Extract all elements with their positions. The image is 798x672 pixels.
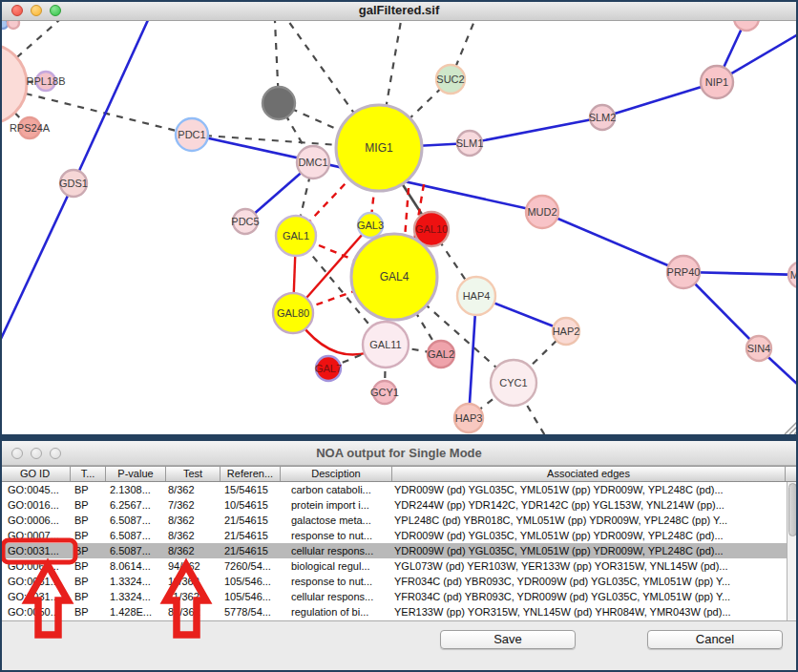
table-row[interactable]: GO:0006...BP6.5087...8/36221/54615galact… (0, 513, 787, 528)
cell-description: biological regul... (280, 558, 391, 574)
node-label-SUC2: SUC2 (436, 74, 464, 85)
cell-reference: 10/54615 (220, 497, 280, 513)
edge-blue[interactable] (602, 82, 717, 117)
cell-test: 11/362 (165, 574, 220, 589)
cell-go_id: GO:0006... (0, 513, 70, 528)
node-label-PRP40: PRP40 (667, 266, 701, 278)
node-label-HAP3: HAP3 (455, 412, 483, 424)
node-tiny-pink[interactable] (8, 21, 19, 29)
cell-test: 11/362 (165, 589, 220, 604)
node-label-HAP4: HAP4 (463, 290, 491, 302)
cell-type: BP (70, 574, 105, 589)
cell-reference: 21/54615 (220, 528, 280, 543)
cell-p_value: 6.2567... (105, 497, 165, 513)
node-label-DMC1: DMC1 (298, 157, 327, 168)
table-row[interactable]: GO:0050...BP1.428E...80/3625778/54...reg… (0, 604, 787, 620)
node-label-MIG1: MIG1 (365, 141, 393, 155)
vertical-scrollbar[interactable] (787, 482, 798, 620)
node-label-GAL10: GAL10 (415, 223, 448, 235)
screen: galFiltered.sif RPL18BRPS24AGDS1PDC1DMC1… (0, 0, 798, 672)
edge-grip[interactable] (789, 426, 798, 434)
node-label-MUD2: MUD2 (527, 206, 556, 218)
cell-reference: 105/546... (220, 574, 280, 589)
node-label-GAL7: GAL7 (315, 363, 342, 374)
node-big-left[interactable] (0, 44, 27, 124)
network-window-title: galFiltered.sif (0, 3, 798, 17)
cell-go_id: GO:0016... (0, 497, 70, 513)
cell-p_value: 1.3324... (105, 589, 165, 604)
noa-window-titlebar: NOA output for Single Mode (0, 441, 798, 466)
table-bottom-border (0, 620, 798, 621)
node-label-SLM2: SLM2 (589, 112, 617, 123)
cell-associated_edges: YDR244W (pp) YDR142C, YDR142C (pp) YGL15… (391, 497, 787, 513)
node-label-RPS24A: RPS24A (10, 122, 51, 134)
table-row[interactable]: GO:0016...BP6.2567...7/36210/54615protei… (0, 497, 787, 513)
node-dark-node[interactable] (262, 87, 295, 119)
table-row[interactable]: GO:0031...BP1.3324...11/362105/546...cel… (0, 589, 787, 604)
cell-description: cellular respons... (280, 543, 391, 558)
cell-associated_edges: YDR009W (pd) YGL035C, YML051W (pp) YDR00… (391, 528, 787, 543)
column-header-reference[interactable]: Referen... (220, 467, 280, 481)
cell-type: BP (70, 513, 105, 528)
cell-p_value: 1.428E... (105, 604, 165, 620)
edge-blue[interactable] (542, 212, 683, 272)
edge-red-dashed[interactable] (405, 188, 409, 239)
cell-type: BP (70, 589, 105, 604)
cell-type: BP (70, 604, 105, 620)
cell-description: protein import i... (280, 497, 391, 513)
scrollbar-thumb[interactable] (788, 483, 797, 536)
column-header-description[interactable]: Desciption (280, 467, 391, 481)
cell-description: cellular respons... (280, 589, 391, 604)
node-label-SLM1: SLM1 (456, 137, 484, 149)
cell-description: response to nut... (280, 574, 391, 589)
cell-p_value: 6.5087... (105, 543, 165, 558)
save-button[interactable]: Save (440, 630, 576, 649)
node-label-GAL3: GAL3 (357, 220, 384, 231)
cell-associated_edges: YFR034C (pd) YBR093C, YDR009W (pd) YGL03… (391, 574, 787, 589)
node-label-SIN4: SIN4 (747, 343, 770, 354)
node-tiny-blue[interactable] (0, 21, 8, 29)
cell-type: BP (70, 558, 105, 574)
cell-associated_edges: YGL073W (pd) YER103W, YER133W (pp) YOR31… (391, 558, 787, 574)
edge-blue[interactable] (470, 117, 602, 143)
table-row[interactable]: GO:0065...BP8.0614...94/3627260/54...bio… (0, 558, 787, 574)
edge-blue[interactable] (0, 183, 74, 341)
cell-test: 8/362 (165, 528, 220, 543)
noa-window-title: NOA output for Single Mode (0, 446, 798, 460)
node-label-MSN: MSN (790, 269, 798, 281)
column-header-type[interactable]: T... (70, 467, 105, 481)
cell-associated_edges: YFR034C (pd) YBR093C, YDR009W (pd) YGL03… (391, 589, 787, 604)
edge-blue[interactable] (74, 21, 153, 183)
node-label-PDC1: PDC1 (178, 129, 205, 140)
node-label-GDS1: GDS1 (59, 178, 88, 189)
node-label-CYC1: CYC1 (499, 377, 527, 388)
node-label-GCY1: GCY1 (370, 387, 399, 398)
column-header-p_value[interactable]: P-value (105, 467, 165, 481)
cell-go_id: GO:0031... (0, 574, 70, 589)
node-label-GAL80: GAL80 (277, 307, 309, 319)
cell-reference: 105/546... (220, 589, 280, 604)
cell-type: BP (70, 543, 105, 558)
network-canvas[interactable]: RPL18BRPS24AGDS1PDC1DMC1MIG1SUC2SLM1SLM2… (0, 21, 798, 434)
cancel-button[interactable]: Cancel (647, 630, 783, 649)
table-row[interactable]: GO:0007...BP6.5087...8/36221/54615respon… (0, 528, 787, 543)
table-row[interactable]: GO:0031...BP6.5087...8/36221/54615cellul… (0, 543, 787, 558)
table-row[interactable]: GO:0045...BP2.1308...8/36215/54615carbon… (0, 482, 787, 497)
node-label-HAP2: HAP2 (553, 326, 580, 337)
cell-description: regulation of bi... (280, 604, 391, 620)
cell-reference: 5778/54... (220, 604, 280, 620)
column-header-go_id[interactable]: GO ID (0, 467, 70, 481)
cell-associated_edges: YDR009W (pd) YGL035C, YML051W (pp) YDR00… (391, 482, 787, 497)
node-label-RPL18B: RPL18B (27, 75, 66, 87)
cell-p_value: 2.1308... (105, 482, 165, 497)
column-header-test[interactable]: Test (165, 467, 220, 481)
table-row[interactable]: GO:0031...BP1.3324...11/362105/546...res… (0, 574, 787, 589)
column-header-associated_edges[interactable]: Associated edges (391, 467, 785, 481)
cell-p_value: 8.0614... (105, 558, 165, 574)
node-label-NIP1: NIP1 (705, 76, 728, 88)
node-label-GAL2: GAL2 (428, 348, 454, 360)
cell-p_value: 6.5087... (105, 513, 165, 528)
node-top-pink[interactable] (734, 21, 759, 31)
cell-go_id: GO:0031... (0, 543, 70, 558)
cell-p_value: 6.5087... (105, 528, 165, 543)
